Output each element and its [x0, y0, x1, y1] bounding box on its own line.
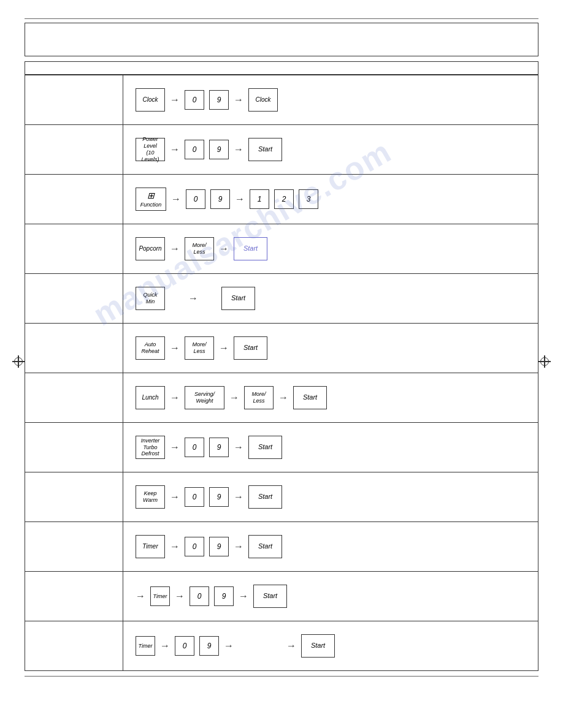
digit-3-func[interactable]: 3 — [299, 189, 318, 209]
start-button-inv[interactable]: Start — [248, 436, 282, 459]
digit-9-power[interactable]: 9 — [209, 140, 229, 159]
start-button-timer2[interactable]: Start — [253, 585, 287, 608]
quickmin-button[interactable]: QuickMin — [136, 287, 165, 310]
row-content-power: PowerLevel(10 Levels) → 0 9 → Start — [123, 125, 538, 175]
timer-button-3[interactable]: Timer — [136, 636, 155, 656]
start-button-quickmin[interactable]: Start — [221, 287, 255, 310]
digit-0-inv[interactable]: 0 — [185, 438, 204, 457]
table-row: PowerLevel(10 Levels) → 0 9 → Start — [25, 125, 538, 175]
arrow-12: → — [170, 392, 180, 403]
main-table: Clock → 0 9 → Clock PowerLevel(10 Levels… — [25, 75, 538, 671]
table-row: QuickMin → Start — [25, 274, 538, 324]
digit-0-kw[interactable]: 0 — [185, 487, 204, 507]
row-label-keepwarm — [25, 472, 123, 522]
arrow-19: → — [170, 541, 180, 552]
row-label-lunch — [25, 373, 123, 423]
header-box — [25, 23, 538, 56]
digit-9-func[interactable]: 9 — [210, 189, 230, 209]
table-row: InverterTurboDefrost → 0 9 → Start — [25, 423, 538, 472]
start-button-lunch[interactable]: Start — [293, 386, 327, 409]
arrow-6: → — [235, 194, 245, 205]
start-button-timer[interactable]: Start — [248, 535, 282, 558]
digit-0-power[interactable]: 0 — [185, 140, 204, 159]
row-label-inverter — [25, 423, 123, 472]
row-label-autoreheat — [25, 324, 123, 373]
row-content-lunch: Lunch → Serving/Weight → More/Less → Sta… — [123, 373, 538, 423]
autoreheat-button[interactable]: AutoReheat — [136, 336, 165, 360]
arrow-24: → — [160, 640, 170, 651]
digit-0-timer2[interactable]: 0 — [190, 586, 209, 606]
arrow-25: → — [224, 640, 234, 651]
arrow-15: → — [170, 442, 180, 453]
arrow-10: → — [170, 343, 180, 354]
popcorn-button[interactable]: Popcorn — [136, 237, 165, 260]
start-button-power[interactable]: Start — [248, 138, 282, 161]
table-row: Lunch → Serving/Weight → More/Less → Sta… — [25, 373, 538, 423]
arrow-11: → — [219, 343, 229, 354]
row-content-timer2: → Timer → 0 9 → Start — [123, 572, 538, 621]
power-level-button[interactable]: PowerLevel(10 Levels) — [136, 138, 165, 161]
start-button-popcorn[interactable]: Start — [234, 237, 267, 260]
row-content-quickmin: QuickMin → Start — [123, 274, 538, 324]
row-content-function: ⊞ Function → 0 9 → 1 2 3 — [123, 175, 538, 224]
clock-button-1[interactable]: Clock — [136, 88, 165, 112]
top-line — [25, 18, 538, 19]
arrow-26: → — [286, 640, 296, 651]
arrow-22: → — [175, 591, 185, 602]
digit-9-kw[interactable]: 9 — [209, 487, 229, 507]
digit-9-inv[interactable]: 9 — [209, 438, 229, 457]
arrow-1: → — [170, 94, 180, 105]
arrow-20: → — [234, 541, 243, 552]
row-label-timer3 — [25, 621, 123, 671]
clock-button-2[interactable]: Clock — [248, 88, 278, 112]
digit-0-timer3[interactable]: 0 — [175, 636, 194, 656]
arrow-2: → — [234, 94, 243, 105]
row-content-popcorn: Popcorn → More/Less → Start — [123, 224, 538, 274]
lunch-button[interactable]: Lunch — [136, 386, 165, 409]
arrow-17: → — [170, 491, 180, 502]
inverter-button[interactable]: InverterTurboDefrost — [136, 436, 165, 459]
keepwarm-button[interactable]: KeepWarm — [136, 485, 165, 509]
table-row: → Timer → 0 9 → Start — [25, 572, 538, 621]
target-left — [12, 355, 25, 368]
digit-9-button[interactable]: 9 — [209, 90, 229, 110]
row-label-quickmin — [25, 274, 123, 324]
row-content-inverter: InverterTurboDefrost → 0 9 → Start — [123, 423, 538, 472]
digit-2-func[interactable]: 2 — [274, 189, 294, 209]
row-label-power — [25, 125, 123, 175]
digit-1-func[interactable]: 1 — [250, 189, 269, 209]
row-label-clock — [25, 75, 123, 125]
timer-button-2[interactable]: Timer — [150, 586, 170, 606]
digit-9-timer3[interactable]: 9 — [199, 636, 219, 656]
start-button-timer3[interactable]: Start — [301, 634, 335, 658]
row-content-timer: Timer → 0 9 → Start — [123, 522, 538, 572]
digit-0-timer[interactable]: 0 — [185, 537, 204, 556]
digit-0-func[interactable]: 0 — [186, 189, 205, 209]
arrow-21: → — [136, 591, 145, 602]
row-content-timer3: Timer → 0 9 → → Start — [123, 621, 538, 671]
arrow-14: → — [278, 392, 288, 403]
digit-0-button[interactable]: 0 — [185, 90, 204, 110]
digit-9-timer[interactable]: 9 — [209, 537, 229, 556]
row-label-function — [25, 175, 123, 224]
arrow-8: → — [219, 243, 229, 254]
page-container: Clock → 0 9 → Clock PowerLevel(10 Levels… — [0, 0, 563, 695]
function-button[interactable]: ⊞ Function — [136, 188, 166, 211]
arrow-4: → — [234, 144, 243, 155]
more-less-button-lunch[interactable]: More/Less — [244, 386, 274, 409]
timer-button-1[interactable]: Timer — [136, 535, 165, 558]
table-row: KeepWarm → 0 9 → Start — [25, 472, 538, 522]
function-label: Function — [140, 202, 162, 208]
row-label-timer — [25, 522, 123, 572]
start-button-kw[interactable]: Start — [248, 485, 282, 509]
more-less-button-popcorn[interactable]: More/Less — [185, 237, 214, 260]
arrow-16: → — [234, 442, 243, 453]
digit-9-timer2[interactable]: 9 — [214, 586, 234, 606]
row-content-autoreheat: AutoReheat → More/Less → Start — [123, 324, 538, 373]
more-less-button-reheat[interactable]: More/Less — [185, 336, 214, 360]
arrow-9: → — [188, 293, 198, 304]
start-button-reheat[interactable]: Start — [234, 336, 267, 360]
arrow-3: → — [170, 144, 180, 155]
arrow-18: → — [234, 491, 243, 502]
serving-weight-button[interactable]: Serving/Weight — [185, 386, 224, 409]
